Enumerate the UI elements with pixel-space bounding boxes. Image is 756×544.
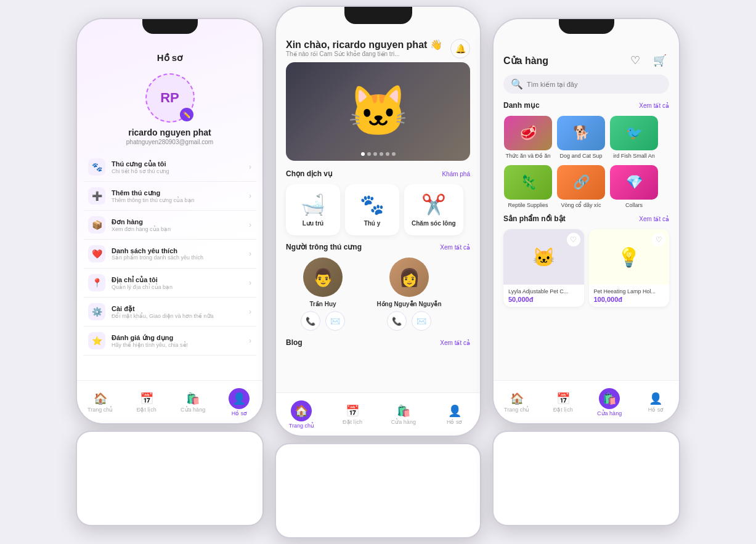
profile-item-pets[interactable]: 🐾 Thú cưng của tôi Chi tiết hồ sơ thú cư…	[83, 153, 256, 182]
profile-item-add-pet[interactable]: ➕ Thêm thú cưng Thêm thông tin thú cưng …	[83, 182, 256, 211]
notch	[344, 7, 412, 24]
bottom-nav: 🏠 Trang chủ 📅 Đặt lịch 🛍️ Cửa hàng	[494, 380, 679, 423]
category-leash[interactable]: 🔗 Vòng cổ dây xíc	[556, 165, 606, 208]
cham-soc-icon: ✂️	[421, 193, 446, 216]
settings-icon: ⚙️	[88, 303, 105, 320]
nav-booking[interactable]: 📅 Đặt lịch	[123, 381, 169, 423]
calendar-icon: 📅	[346, 404, 359, 418]
bottom-nav: 🏠 Trang chủ 📅 Đặt lịch 🛍️ Cửa hàng 👤	[276, 392, 480, 436]
luu-tru-icon: 🛁	[301, 193, 325, 216]
nav-profile[interactable]: 👤 Hồ sơ	[216, 381, 262, 423]
search-input[interactable]	[527, 81, 662, 88]
category-collar[interactable]: 💎 Collars	[609, 165, 659, 208]
profile-item-orders[interactable]: 📦 Đơn hàng Xem đơn hàng của bạn ›	[83, 211, 256, 240]
home-icon: 🏠	[94, 392, 107, 405]
sitter-hong-nguyen: 👩 Hồng Nguyễn Nguyễn 📞 ✉️	[372, 258, 446, 331]
profile-icon: 👤	[649, 392, 662, 405]
profile-name: ricardo nguyen phat	[89, 128, 250, 137]
notification-bell-icon[interactable]: 🔔	[450, 39, 470, 59]
category-dog-cat[interactable]: 🐕 Dog and Cat Sup	[556, 116, 606, 159]
wishlist-icon[interactable]: ♡	[626, 51, 644, 70]
fav-button-2[interactable]: ♡	[652, 233, 665, 246]
shop-icon: 🛍️	[186, 392, 200, 405]
calendar-icon: 📅	[556, 392, 570, 405]
services-grid: 🛁 Lưu trú 🐾 Thú y ✂️ Chăm sóc lông	[276, 184, 480, 240]
chevron-right-icon: ›	[249, 250, 251, 258]
sitters-header: Người trông thú cưng Xem tất cả	[276, 240, 480, 254]
service-cham-soc[interactable]: ✂️ Chăm sóc lông	[404, 184, 463, 235]
profile-icon: 👤	[448, 404, 461, 418]
calendar-icon: 📅	[140, 392, 153, 405]
category-grid-row1: 🥩 Thức ăn và Đồ ăn 🐕 Dog and Cat Sup 🐦 i…	[494, 116, 679, 163]
categories-link[interactable]: Xem tất cả	[639, 102, 669, 109]
call-button[interactable]: 📞	[301, 311, 320, 331]
nav-profile[interactable]: 👤 Hồ sơ	[429, 393, 480, 436]
bottom-nav: 🏠 Trang chủ 📅 Đặt lịch 🛍️ Cửa hàng 👤	[77, 380, 262, 423]
category-grid-row2: 🦎 Reptile Supplies 🔗 Vòng cổ dây xíc 💎 C…	[494, 163, 679, 212]
profile-item-favorites[interactable]: ❤️ Danh sách yêu thích Sản phẩm trong da…	[83, 240, 256, 269]
nav-profile[interactable]: 👤 Hồ sơ	[633, 381, 679, 423]
sitter-avatar-female: 👩	[389, 258, 429, 297]
profile-menu: 🐾 Thú cưng của tôi Chi tiết hồ sơ thú cư…	[77, 153, 262, 355]
edit-avatar-button[interactable]: ✏️	[180, 108, 193, 121]
home-phone: Xin chào, ricardo nguyen phat 👋 Thế nào …	[275, 6, 481, 437]
category-bird[interactable]: 🐦 ird Fish Small An	[609, 116, 659, 159]
fav-button-1[interactable]: ♡	[567, 233, 580, 246]
home-icon: 🏠	[295, 404, 308, 418]
shop-phone-mini: 🏠Trang chủ 📅Đặt lịch 🛍️ Cửa hàng 👤Hồ sơ	[492, 431, 680, 526]
nav-home[interactable]: 🏠 Trang chủ	[494, 381, 540, 423]
chevron-right-icon: ›	[249, 336, 251, 345]
hero-banner: 🐱	[286, 62, 470, 161]
nav-shop[interactable]: 🛍️ Cửa hàng	[587, 381, 633, 423]
profile-icon: 👤	[232, 392, 246, 405]
rating-icon: ⭐	[88, 332, 105, 349]
category-food[interactable]: 🥩 Thức ăn và Đồ ăn	[503, 116, 553, 159]
orders-icon: 📦	[88, 216, 105, 233]
product-1[interactable]: 🐱 ♡ Lyyla Adjustable Pet C... 50,000đ	[503, 229, 584, 307]
chevron-right-icon: ›	[249, 221, 251, 229]
search-bar[interactable]: 🔍	[503, 75, 669, 94]
call-button-2[interactable]: 📞	[387, 311, 407, 331]
sitter-tran-huy: 👨 Trần Huy 📞 ✉️	[286, 258, 360, 331]
profile-item-rating[interactable]: ⭐ Đánh giá ứng dụng Hãy thể hiện tình yê…	[83, 327, 256, 355]
category-reptile[interactable]: 🦎 Reptile Supplies	[503, 165, 553, 208]
nav-home[interactable]: 🏠 Trang chủ	[77, 381, 123, 423]
add-pet-icon: ➕	[88, 187, 105, 205]
search-icon: 🔍	[511, 78, 523, 90]
favorites-icon: ❤️	[88, 245, 105, 262]
home-header: Xin chào, ricardo nguyen phat 👋 Thế nào …	[276, 34, 480, 62]
nav-home[interactable]: 🏠 Trang chủ	[276, 393, 327, 436]
home-phone-mini: 🏠 Trang chủ 📅Đặt lịch 🛍️Cửa hàng 👤Hồ sơ	[275, 443, 481, 538]
cart-icon[interactable]: 🛒	[651, 51, 669, 70]
featured-link[interactable]: Xem tất cả	[639, 216, 669, 222]
profile-item-address[interactable]: 📍 Địa chỉ của tôi Quản lý địa chỉ của bạ…	[83, 269, 256, 298]
shop-icon: 🛍️	[397, 404, 410, 418]
chevron-right-icon: ›	[249, 307, 251, 316]
profile-item-settings[interactable]: ⚙️ Cài đặt Đổi mật khẩu, Giao diện và hơ…	[83, 298, 256, 327]
shop-title: Cửa hàng	[503, 55, 548, 67]
services-link[interactable]: Khám phá	[442, 171, 470, 177]
product-2[interactable]: 💡 ♡ Pet Heeating Lamp Hol... 100,000đ	[589, 229, 670, 307]
thu-y-icon: 🐾	[360, 193, 384, 216]
message-button-2[interactable]: ✉️	[412, 311, 431, 331]
sitters-link[interactable]: Xem tất cả	[440, 244, 470, 251]
nav-booking[interactable]: 📅 Đặt lịch	[540, 381, 586, 423]
notch	[559, 19, 614, 34]
chevron-right-icon: ›	[249, 192, 251, 200]
service-luu-tru[interactable]: 🛁 Lưu trú	[286, 184, 340, 235]
profile-phone: Hồ sơ RP ✏️ ricardo nguyen phat phatnguy…	[76, 18, 264, 424]
chevron-right-icon: ›	[249, 163, 251, 171]
blog-link[interactable]: Xem tất cả	[440, 339, 470, 346]
banner-dots	[361, 152, 396, 156]
pets-icon: 🐾	[88, 158, 105, 176]
sitters-title: Người trông thú cưng	[286, 243, 362, 251]
profile-phone-mini: 🏠Trang chủ 📅Đặt lịch 🛍️Cửa hàng 👤 Hồ sơ	[76, 431, 264, 526]
nav-shop[interactable]: 🛍️ Cửa hàng	[378, 393, 429, 436]
service-thu-y[interactable]: 🐾 Thú y	[345, 184, 399, 235]
blog-header: Blog Xem tất cả	[276, 336, 480, 349]
shop-phone: Cửa hàng ♡ 🛒 🔍 Danh mục Xem tất cả	[492, 18, 680, 424]
nav-shop[interactable]: 🛍️ Cửa hàng	[170, 381, 216, 423]
nav-booking[interactable]: 📅 Đặt lịch	[327, 393, 378, 436]
shop-header: Cửa hàng ♡ 🛒	[494, 46, 679, 72]
message-button[interactable]: ✉️	[325, 311, 345, 331]
